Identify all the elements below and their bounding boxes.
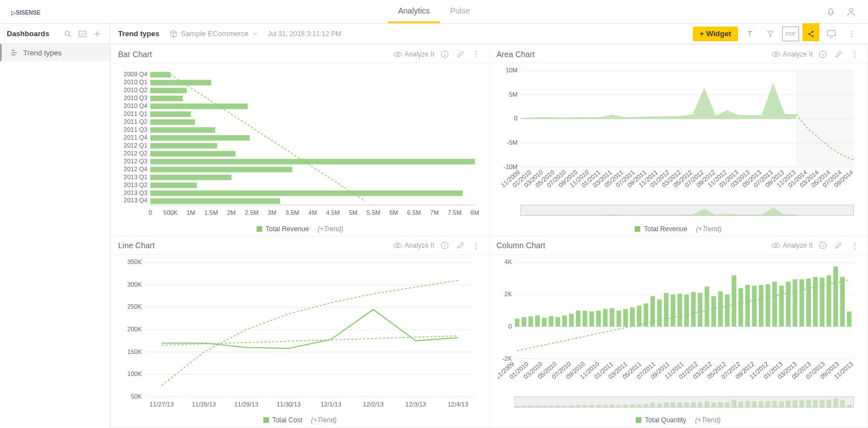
- svg-rect-194: [738, 288, 743, 326]
- analyze-button[interactable]: Analyze It: [771, 241, 813, 249]
- info-icon[interactable]: [439, 49, 450, 60]
- svg-rect-172: [589, 311, 593, 326]
- more-icon[interactable]: ⋮: [849, 49, 860, 60]
- svg-rect-171: [582, 310, 587, 326]
- svg-rect-163: [528, 316, 532, 326]
- svg-text:1M: 1M: [186, 209, 195, 216]
- svg-text:2013 Q4: 2013 Q4: [124, 197, 147, 204]
- pdf-icon[interactable]: PDF: [782, 27, 799, 41]
- info-icon[interactable]: [817, 49, 828, 60]
- analyze-button[interactable]: Analyze It: [771, 50, 813, 58]
- svg-point-148: [772, 243, 780, 248]
- svg-rect-178: [630, 307, 634, 326]
- svg-text:5M: 5M: [349, 209, 357, 216]
- user-icon[interactable]: [845, 6, 857, 18]
- widget-area-chart: Area Chart Analyze It ⋮ -10M-5M05M10M11/…: [490, 45, 867, 236]
- svg-text:2012 Q3: 2012 Q3: [124, 157, 147, 164]
- tab-pulse[interactable]: Pulse: [440, 0, 480, 23]
- svg-point-21: [444, 52, 445, 53]
- filter-icon[interactable]: [762, 27, 779, 41]
- widget-title: Area Chart: [497, 50, 535, 59]
- svg-text:▷SISENSE: ▷SISENSE: [11, 10, 41, 16]
- info-icon[interactable]: [817, 240, 828, 251]
- svg-rect-195: [745, 284, 749, 326]
- svg-text:2010 Q1: 2010 Q1: [124, 79, 147, 85]
- svg-text:12/4/13: 12/4/13: [448, 401, 468, 408]
- svg-text:250K: 250K: [127, 303, 142, 310]
- svg-rect-174: [602, 309, 607, 326]
- svg-rect-197: [758, 284, 763, 326]
- svg-rect-274: [765, 401, 770, 407]
- svg-rect-35: [150, 119, 195, 125]
- svg-rect-268: [724, 403, 729, 407]
- svg-text:200K: 200K: [127, 325, 142, 332]
- svg-rect-167: [555, 317, 559, 326]
- svg-rect-283: [826, 400, 831, 407]
- svg-rect-280: [806, 400, 810, 407]
- svg-text:12/3/13: 12/3/13: [405, 401, 426, 408]
- svg-rect-199: [772, 282, 776, 327]
- svg-text:6.5M: 6.5M: [407, 209, 421, 216]
- svg-rect-49: [150, 175, 232, 180]
- text-icon[interactable]: T: [741, 27, 758, 41]
- svg-text:2010 Q2: 2010 Q2: [124, 87, 147, 93]
- add-widget-button[interactable]: +Widget: [693, 27, 738, 41]
- pencil-icon[interactable]: [455, 240, 466, 251]
- checklist-icon[interactable]: [77, 28, 88, 40]
- more-icon[interactable]: ⋮: [843, 27, 860, 41]
- svg-rect-120: [520, 205, 853, 216]
- svg-rect-191: [718, 291, 722, 326]
- svg-point-121: [394, 243, 402, 248]
- svg-point-149: [775, 244, 777, 247]
- svg-text:2012 Q1: 2012 Q1: [124, 142, 147, 149]
- pencil-icon[interactable]: [833, 49, 844, 60]
- svg-rect-203: [799, 279, 804, 326]
- svg-rect-187: [691, 292, 695, 326]
- more-icon[interactable]: ⋮: [471, 240, 482, 251]
- more-icon[interactable]: ⋮: [849, 240, 860, 251]
- share-icon[interactable]: [802, 27, 819, 41]
- widget-title: Line Chart: [118, 241, 155, 250]
- monitor-icon[interactable]: [823, 27, 840, 41]
- svg-rect-183: [663, 293, 668, 327]
- svg-rect-170: [575, 310, 580, 326]
- svg-text:2012 Q4: 2012 Q4: [124, 165, 147, 172]
- analyze-button[interactable]: Analyze It: [393, 50, 435, 58]
- dashboard-icon: [11, 49, 19, 56]
- svg-rect-198: [765, 284, 770, 326]
- pencil-icon[interactable]: [455, 49, 466, 60]
- svg-rect-245: [568, 405, 573, 407]
- svg-rect-181: [650, 296, 654, 326]
- sidebar-item-trend-types[interactable]: Trend types: [0, 44, 110, 61]
- svg-text:350K: 350K: [127, 260, 142, 265]
- svg-text:2K: 2K: [504, 290, 512, 297]
- svg-text:7M: 7M: [430, 209, 439, 216]
- svg-rect-179: [636, 305, 641, 326]
- sidebar-item-label: Trend types: [23, 49, 62, 57]
- svg-text:6M: 6M: [389, 209, 398, 216]
- svg-rect-285: [840, 400, 844, 407]
- svg-rect-208: [833, 266, 837, 326]
- info-icon[interactable]: [439, 240, 450, 251]
- tab-analytics[interactable]: Analytics: [388, 0, 440, 23]
- svg-rect-238: [521, 405, 526, 407]
- svg-rect-176: [616, 310, 620, 326]
- svg-text:2M: 2M: [227, 209, 236, 216]
- svg-rect-185: [677, 293, 682, 326]
- svg-rect-200: [779, 286, 783, 326]
- svg-rect-201: [785, 282, 790, 327]
- analyze-button[interactable]: Analyze It: [393, 241, 435, 249]
- more-icon[interactable]: ⋮: [471, 49, 482, 60]
- add-icon[interactable]: [92, 28, 103, 40]
- bell-icon[interactable]: [825, 6, 836, 18]
- pencil-icon[interactable]: [833, 240, 844, 251]
- nav-tabs: Analytics Pulse: [388, 0, 480, 23]
- svg-rect-278: [792, 400, 797, 407]
- svg-text:2011 Q1: 2011 Q1: [124, 110, 147, 117]
- search-icon[interactable]: [62, 28, 73, 40]
- svg-point-125: [444, 244, 445, 244]
- svg-rect-257: [650, 403, 654, 407]
- datasource-picker[interactable]: Sample ECommerce: [170, 29, 258, 38]
- svg-text:500K: 500K: [163, 209, 178, 216]
- svg-rect-249: [596, 405, 600, 407]
